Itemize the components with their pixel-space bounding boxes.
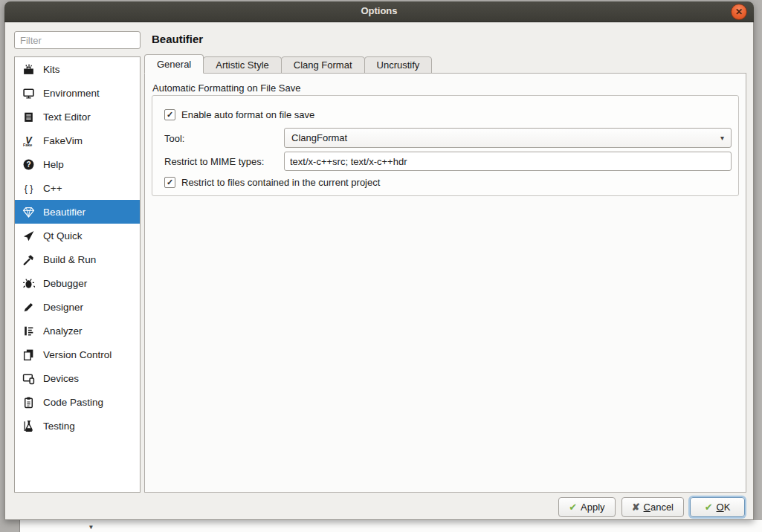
- svg-text:Fake: Fake: [23, 143, 32, 147]
- toolbox-icon: [22, 63, 35, 76]
- sidebar-item-code-pasting[interactable]: Code Pasting: [15, 390, 140, 414]
- sidebar-item-environment[interactable]: Environment: [15, 81, 140, 105]
- bug-icon: [22, 277, 35, 290]
- enable-autoformat-checkbox[interactable]: ✓ Enable auto format on file save: [164, 109, 314, 120]
- svg-text:?: ?: [26, 160, 30, 169]
- ok-button-label: OK: [717, 502, 731, 513]
- sidebar-item-label: Debugger: [43, 278, 87, 289]
- sidebar-item-fakevim[interactable]: VFake FakeVim: [15, 129, 140, 152]
- sidebar-item-label: Designer: [43, 302, 83, 313]
- vim-icon: VFake: [22, 134, 35, 147]
- sidebar-item-label: Text Editor: [43, 111, 91, 123]
- auto-format-groupbox: ✓ Enable auto format on file save Tool: …: [152, 95, 739, 196]
- document-icon: [22, 111, 35, 123]
- apply-button-label: Apply: [581, 502, 605, 513]
- pages-icon: [22, 348, 35, 361]
- sidebar-item-label: Kits: [43, 64, 60, 75]
- sidebar-item-build-run[interactable]: Build & Run: [15, 247, 140, 271]
- dropdown-arrow-icon: ▾: [720, 134, 724, 142]
- tab-bar: General Artistic Style Clang Format Uncr…: [144, 54, 431, 74]
- checkbox-checked-icon: ✓: [164, 109, 175, 120]
- tab-clang-format[interactable]: Clang Format: [281, 56, 365, 74]
- checkbox-label: Enable auto format on file save: [181, 109, 314, 120]
- sidebar-item-label: FakeVim: [43, 135, 83, 146]
- sidebar-item-label: Devices: [43, 373, 79, 384]
- check-icon: ✔: [705, 502, 713, 513]
- check-icon: ✔: [569, 502, 577, 513]
- sidebar-item-devices[interactable]: Devices: [15, 366, 140, 390]
- titlebar[interactable]: Options ✕: [4, 1, 754, 22]
- groupbox-title: Automatic Formatting on File Save: [152, 82, 300, 94]
- sidebar-item-label: Analyzer: [43, 325, 83, 337]
- tool-combobox[interactable]: ClangFormat ▾: [284, 128, 732, 148]
- sidebar-item-label: Help: [43, 159, 64, 170]
- help-icon: ?: [22, 158, 35, 171]
- tab-uncrustify[interactable]: Uncrustify: [364, 56, 433, 74]
- tab-artistic-style[interactable]: Artistic Style: [203, 56, 282, 74]
- mime-types-label: Restrict to MIME types:: [164, 156, 264, 167]
- ok-button[interactable]: ✔OK: [690, 497, 745, 517]
- sidebar-item-beautifier[interactable]: Beautifier: [15, 200, 140, 224]
- sidebar-item-help[interactable]: ? Help: [15, 152, 140, 176]
- restrict-project-checkbox[interactable]: ✓ Restrict to files contained in the cur…: [164, 177, 380, 188]
- flask-icon: [22, 420, 35, 432]
- window-title: Options: [4, 5, 754, 16]
- apply-button[interactable]: ✔Apply: [558, 497, 615, 517]
- editor-code-line: 89 ▼ void CamImuCalib::initGui() {: [0, 522, 35, 532]
- sidebar-item-testing[interactable]: Testing: [15, 414, 140, 438]
- sidebar-item-label: Environment: [43, 88, 100, 99]
- tool-label: Tool:: [164, 133, 184, 144]
- sidebar-item-version-control[interactable]: Version Control: [15, 343, 140, 366]
- cancel-button-label: Cancel: [644, 502, 674, 513]
- options-dialog: Options ✕ Kits Environment Text Edit: [4, 1, 754, 520]
- close-icon: ✕: [735, 7, 743, 16]
- dialog-button-box: ✔Apply ✘Cancel ✔OK: [558, 497, 745, 517]
- category-list: Kits Environment Text Editor VFake FakeV…: [14, 56, 141, 493]
- close-button[interactable]: ✕: [731, 4, 747, 20]
- sidebar-item-label: Code Pasting: [43, 397, 103, 408]
- braces-icon: { }: [22, 182, 35, 195]
- sidebar-item-label: Qt Quick: [43, 230, 83, 241]
- sidebar-item-label: Build & Run: [43, 254, 96, 265]
- checkbox-checked-icon: ✓: [164, 177, 175, 188]
- filter-input[interactable]: [14, 31, 141, 49]
- sidebar-item-debugger[interactable]: Debugger: [15, 271, 140, 295]
- sidebar-item-label: C++: [43, 183, 62, 194]
- sidebar-item-designer[interactable]: Designer: [15, 295, 140, 319]
- sidebar-item-kits[interactable]: Kits: [15, 57, 140, 81]
- diamond-icon: [22, 206, 35, 218]
- desktop-background: 89 ▼ void CamImuCalib::initGui() { Optio…: [0, 0, 762, 532]
- check-glyph: ✓: [167, 111, 173, 119]
- devices-icon: [22, 372, 35, 385]
- monitor-icon: [22, 87, 35, 100]
- paper-plane-icon: [22, 230, 35, 242]
- hammer-icon: [22, 253, 35, 266]
- sidebar-item-cpp[interactable]: { } C++: [15, 176, 140, 200]
- combobox-value: ClangFormat: [291, 132, 347, 143]
- sidebar-item-label: Testing: [43, 421, 75, 432]
- analyzer-icon: [22, 325, 35, 337]
- svg-text:{ }: { }: [25, 183, 33, 193]
- code-editor-background: 89 ▼ void CamImuCalib::initGui() {: [0, 520, 762, 532]
- mime-types-input[interactable]: [284, 152, 732, 171]
- fold-marker-icon[interactable]: ▼: [89, 524, 93, 531]
- sidebar-item-analyzer[interactable]: Analyzer: [15, 319, 140, 343]
- page-title: Beautifier: [152, 33, 203, 45]
- check-glyph: ✓: [167, 178, 173, 186]
- tab-general[interactable]: General: [144, 54, 204, 74]
- sidebar-item-label: Beautifier: [43, 207, 85, 218]
- checkbox-label: Restrict to files contained in the curre…: [181, 177, 380, 188]
- general-tab-pane: Automatic Formatting on File Save ✓ Enab…: [144, 73, 746, 493]
- cancel-button[interactable]: ✘Cancel: [621, 497, 684, 517]
- pencil-icon: [22, 301, 35, 314]
- cross-icon: ✘: [632, 502, 640, 513]
- dialog-body: Kits Environment Text Editor VFake FakeV…: [4, 22, 754, 520]
- sidebar-item-label: Version Control: [43, 349, 112, 360]
- sidebar-item-qt-quick[interactable]: Qt Quick: [15, 224, 140, 247]
- clipboard-icon: [22, 396, 35, 409]
- sidebar-item-text-editor[interactable]: Text Editor: [15, 105, 140, 129]
